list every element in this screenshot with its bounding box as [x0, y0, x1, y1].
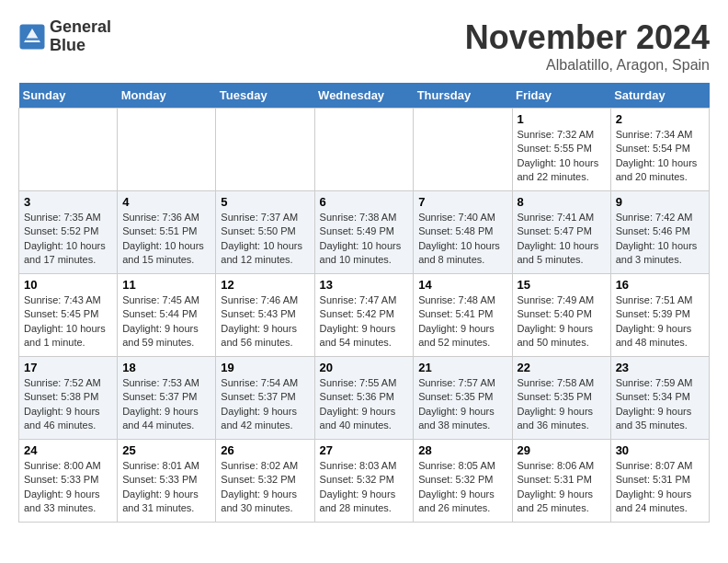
- page-header: General Blue November 2024 Albalatillo, …: [18, 18, 710, 74]
- day-number: 11: [122, 278, 210, 292]
- col-sunday: Sunday: [19, 83, 118, 109]
- day-number: 24: [24, 443, 112, 457]
- table-row: 13Sunrise: 7:47 AM Sunset: 5:42 PM Dayli…: [314, 274, 414, 357]
- day-number: 1: [518, 112, 606, 126]
- day-info: Sunrise: 7:42 AM Sunset: 5:46 PM Dayligh…: [616, 211, 704, 268]
- day-number: 3: [24, 195, 112, 209]
- table-row: 23Sunrise: 7:59 AM Sunset: 5:34 PM Dayli…: [610, 357, 709, 440]
- calendar-table: Sunday Monday Tuesday Wednesday Thursday…: [18, 83, 710, 523]
- day-number: 21: [418, 361, 506, 374]
- day-number: 27: [320, 443, 409, 457]
- day-info: Sunrise: 7:59 AM Sunset: 5:34 PM Dayligh…: [616, 376, 704, 433]
- table-row: 1Sunrise: 7:32 AM Sunset: 5:55 PM Daylig…: [512, 109, 610, 191]
- day-number: 15: [518, 278, 606, 292]
- day-info: Sunrise: 7:41 AM Sunset: 5:47 PM Dayligh…: [518, 211, 606, 268]
- day-number: 28: [418, 443, 506, 457]
- day-info: Sunrise: 7:48 AM Sunset: 5:41 PM Dayligh…: [418, 293, 506, 350]
- table-row: [216, 109, 314, 191]
- table-row: 9Sunrise: 7:42 AM Sunset: 5:46 PM Daylig…: [610, 191, 709, 274]
- table-row: [314, 109, 414, 191]
- day-number: 16: [616, 278, 704, 292]
- day-number: 17: [24, 361, 112, 374]
- logo: General Blue: [18, 18, 111, 55]
- day-info: Sunrise: 7:46 AM Sunset: 5:43 PM Dayligh…: [221, 293, 309, 350]
- day-number: 13: [320, 278, 409, 292]
- table-row: 25Sunrise: 8:01 AM Sunset: 5:33 PM Dayli…: [118, 440, 216, 523]
- day-info: Sunrise: 7:47 AM Sunset: 5:42 PM Dayligh…: [320, 293, 409, 350]
- table-row: 14Sunrise: 7:48 AM Sunset: 5:41 PM Dayli…: [414, 274, 512, 357]
- table-row: 18Sunrise: 7:53 AM Sunset: 5:37 PM Dayli…: [118, 357, 216, 440]
- table-row: 19Sunrise: 7:54 AM Sunset: 5:37 PM Dayli…: [216, 357, 314, 440]
- day-info: Sunrise: 7:49 AM Sunset: 5:40 PM Dayligh…: [518, 293, 606, 350]
- day-info: Sunrise: 7:45 AM Sunset: 5:44 PM Dayligh…: [122, 293, 210, 350]
- day-info: Sunrise: 7:36 AM Sunset: 5:51 PM Dayligh…: [122, 211, 210, 268]
- table-row: 5Sunrise: 7:37 AM Sunset: 5:50 PM Daylig…: [216, 191, 314, 274]
- month-title: November 2024: [465, 18, 710, 57]
- table-row: 4Sunrise: 7:36 AM Sunset: 5:51 PM Daylig…: [118, 191, 216, 274]
- day-number: 10: [24, 278, 112, 292]
- day-number: 4: [122, 195, 210, 209]
- day-info: Sunrise: 7:34 AM Sunset: 5:54 PM Dayligh…: [616, 128, 704, 185]
- table-row: 29Sunrise: 8:06 AM Sunset: 5:31 PM Dayli…: [512, 440, 610, 523]
- day-number: 18: [122, 361, 210, 374]
- col-thursday: Thursday: [414, 83, 512, 109]
- table-row: 8Sunrise: 7:41 AM Sunset: 5:47 PM Daylig…: [512, 191, 610, 274]
- day-info: Sunrise: 7:54 AM Sunset: 5:37 PM Dayligh…: [221, 376, 309, 433]
- col-monday: Monday: [118, 83, 216, 109]
- table-row: 16Sunrise: 7:51 AM Sunset: 5:39 PM Dayli…: [610, 274, 709, 357]
- day-number: 22: [518, 361, 606, 374]
- table-row: 11Sunrise: 7:45 AM Sunset: 5:44 PM Dayli…: [118, 274, 216, 357]
- day-number: 5: [221, 195, 309, 209]
- table-row: 12Sunrise: 7:46 AM Sunset: 5:43 PM Dayli…: [216, 274, 314, 357]
- table-row: 22Sunrise: 7:58 AM Sunset: 5:35 PM Dayli…: [512, 357, 610, 440]
- day-number: 6: [320, 195, 409, 209]
- table-row: 3Sunrise: 7:35 AM Sunset: 5:52 PM Daylig…: [19, 191, 118, 274]
- col-saturday: Saturday: [610, 83, 709, 109]
- day-info: Sunrise: 7:51 AM Sunset: 5:39 PM Dayligh…: [616, 293, 704, 350]
- day-number: 14: [418, 278, 506, 292]
- day-info: Sunrise: 8:02 AM Sunset: 5:32 PM Dayligh…: [221, 459, 309, 516]
- col-tuesday: Tuesday: [216, 83, 314, 109]
- table-row: 17Sunrise: 7:52 AM Sunset: 5:38 PM Dayli…: [19, 357, 118, 440]
- day-info: Sunrise: 8:06 AM Sunset: 5:31 PM Dayligh…: [518, 459, 606, 516]
- table-row: 26Sunrise: 8:02 AM Sunset: 5:32 PM Dayli…: [216, 440, 314, 523]
- day-info: Sunrise: 7:55 AM Sunset: 5:36 PM Dayligh…: [320, 376, 409, 433]
- day-number: 30: [616, 443, 704, 457]
- table-row: 2Sunrise: 7:34 AM Sunset: 5:54 PM Daylig…: [610, 109, 709, 191]
- table-row: [414, 109, 512, 191]
- table-row: 7Sunrise: 7:40 AM Sunset: 5:48 PM Daylig…: [414, 191, 512, 274]
- table-row: 10Sunrise: 7:43 AM Sunset: 5:45 PM Dayli…: [19, 274, 118, 357]
- day-number: 29: [518, 443, 606, 457]
- table-row: 30Sunrise: 8:07 AM Sunset: 5:31 PM Dayli…: [610, 440, 709, 523]
- day-number: 7: [418, 195, 506, 209]
- day-info: Sunrise: 7:37 AM Sunset: 5:50 PM Dayligh…: [221, 211, 309, 268]
- table-row: 21Sunrise: 7:57 AM Sunset: 5:35 PM Dayli…: [414, 357, 512, 440]
- day-info: Sunrise: 8:05 AM Sunset: 5:32 PM Dayligh…: [418, 459, 506, 516]
- table-row: [118, 109, 216, 191]
- day-number: 25: [122, 443, 210, 457]
- day-info: Sunrise: 7:52 AM Sunset: 5:38 PM Dayligh…: [24, 376, 112, 433]
- calendar-body: 1Sunrise: 7:32 AM Sunset: 5:55 PM Daylig…: [19, 109, 710, 523]
- table-row: 20Sunrise: 7:55 AM Sunset: 5:36 PM Dayli…: [314, 357, 414, 440]
- table-row: 24Sunrise: 8:00 AM Sunset: 5:33 PM Dayli…: [19, 440, 118, 523]
- day-info: Sunrise: 7:57 AM Sunset: 5:35 PM Dayligh…: [418, 376, 506, 433]
- day-number: 2: [616, 112, 704, 126]
- day-info: Sunrise: 7:35 AM Sunset: 5:52 PM Dayligh…: [24, 211, 112, 268]
- title-block: November 2024 Albalatillo, Aragon, Spain: [465, 18, 710, 74]
- day-number: 12: [221, 278, 309, 292]
- day-number: 19: [221, 361, 309, 374]
- table-row: 28Sunrise: 8:05 AM Sunset: 5:32 PM Dayli…: [414, 440, 512, 523]
- day-info: Sunrise: 7:38 AM Sunset: 5:49 PM Dayligh…: [320, 211, 409, 268]
- day-number: 8: [518, 195, 606, 209]
- day-info: Sunrise: 7:43 AM Sunset: 5:45 PM Dayligh…: [24, 293, 112, 350]
- table-row: [19, 109, 118, 191]
- day-info: Sunrise: 8:01 AM Sunset: 5:33 PM Dayligh…: [122, 459, 210, 516]
- day-number: 20: [320, 361, 409, 374]
- location: Albalatillo, Aragon, Spain: [465, 57, 710, 74]
- day-info: Sunrise: 7:53 AM Sunset: 5:37 PM Dayligh…: [122, 376, 210, 433]
- table-row: 6Sunrise: 7:38 AM Sunset: 5:49 PM Daylig…: [314, 191, 414, 274]
- day-info: Sunrise: 8:07 AM Sunset: 5:31 PM Dayligh…: [616, 459, 704, 516]
- logo-text: General Blue: [50, 18, 111, 55]
- day-info: Sunrise: 8:03 AM Sunset: 5:32 PM Dayligh…: [320, 459, 409, 516]
- day-number: 9: [616, 195, 704, 209]
